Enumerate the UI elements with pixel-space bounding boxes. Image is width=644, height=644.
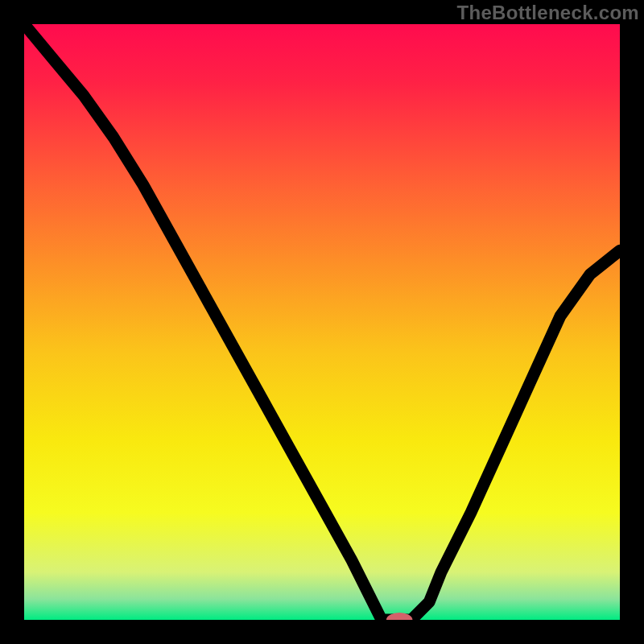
- chart-container: TheBottleneck.com: [0, 0, 644, 644]
- watermark-text: TheBottleneck.com: [457, 2, 639, 24]
- plot-background: [24, 24, 620, 620]
- bottleneck-chart: [24, 24, 620, 620]
